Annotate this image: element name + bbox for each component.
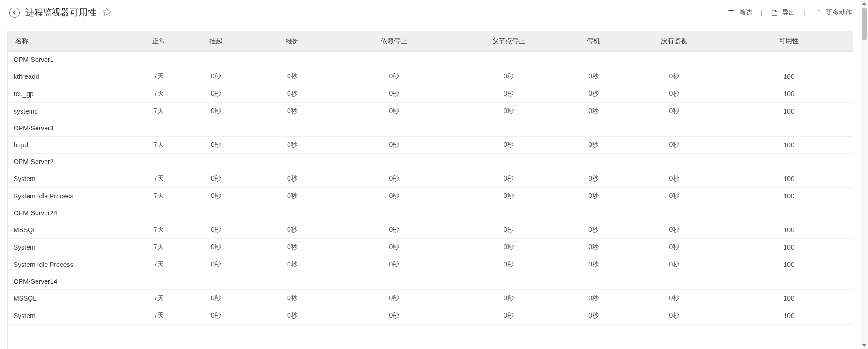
cell-dep_stop: 0秒 [335, 68, 454, 85]
col-normal[interactable]: 正常 [135, 31, 182, 52]
cell-parent_stop: 0秒 [453, 170, 564, 188]
more-actions-button[interactable]: 更多动作 [814, 8, 852, 17]
table-row[interactable]: System7天0秒0秒0秒0秒0秒0秒100 [8, 239, 853, 256]
back-button[interactable] [9, 8, 20, 18]
cell-avail: 100 [725, 256, 853, 273]
table-row[interactable]: kthreadd7天0秒0秒0秒0秒0秒0秒100 [8, 68, 853, 85]
col-name[interactable]: 名称 [8, 31, 135, 52]
group-name: OPM-Server3 [8, 120, 853, 137]
cell-maintain: 0秒 [250, 307, 334, 325]
cell-normal: 7天 [135, 137, 182, 154]
col-dep-stop[interactable]: 依赖停止 [335, 31, 454, 52]
table-row[interactable]: systemd7天0秒0秒0秒0秒0秒0秒100 [8, 103, 853, 120]
cell-hang: 0秒 [182, 256, 250, 273]
process-name: System [8, 239, 135, 256]
table-row[interactable]: System Idle Process7天0秒0秒0秒0秒0秒0秒100 [8, 188, 853, 205]
export-icon [771, 9, 779, 17]
cell-hang: 0秒 [182, 290, 250, 307]
cell-maintain: 0秒 [250, 188, 334, 205]
cell-down: 0秒 [564, 170, 623, 188]
table-row[interactable]: MSSQL7天0秒0秒0秒0秒0秒0秒100 [8, 290, 853, 307]
toolbar: 筛选 | 导出 | 更多动作 [727, 8, 852, 17]
cell-normal: 7天 [135, 103, 182, 120]
col-maintain[interactable]: 维护 [250, 31, 334, 52]
cell-avail: 100 [725, 290, 853, 307]
page-header: 进程监视器可用性 筛选 | 导出 | 更多动作 [0, 0, 861, 31]
cell-normal: 7天 [135, 307, 182, 325]
cell-no_monitor: 0秒 [623, 221, 725, 239]
group-row[interactable]: OPM-Server3 [8, 120, 853, 137]
cell-no_monitor: 0秒 [623, 137, 725, 154]
cell-avail: 100 [725, 68, 853, 85]
table-row[interactable]: System7天0秒0秒0秒0秒0秒0秒100 [8, 307, 853, 325]
cell-no_monitor: 0秒 [623, 307, 725, 325]
cell-hang: 0秒 [182, 103, 250, 120]
scroll-up-arrow-icon[interactable] [862, 2, 867, 5]
cell-dep_stop: 0秒 [335, 307, 454, 325]
cell-down: 0秒 [564, 239, 623, 256]
cell-normal: 7天 [135, 239, 182, 256]
process-name: System [8, 170, 135, 188]
cell-hang: 0秒 [182, 170, 250, 188]
cell-dep_stop: 0秒 [335, 85, 454, 103]
cell-maintain: 0秒 [250, 137, 334, 154]
group-row[interactable]: OPM-Server2 [8, 154, 853, 170]
cell-dep_stop: 0秒 [335, 290, 454, 307]
cell-down: 0秒 [564, 307, 623, 325]
cell-parent_stop: 0秒 [453, 256, 564, 273]
cell-normal: 7天 [135, 290, 182, 307]
group-name: OPM-Server24 [8, 205, 853, 221]
table-row[interactable]: System7天0秒0秒0秒0秒0秒0秒100 [8, 170, 853, 188]
group-row[interactable]: OPM-Server1 [8, 52, 853, 68]
export-button[interactable]: 导出 [771, 8, 795, 17]
table-row[interactable]: MSSQL7天0秒0秒0秒0秒0秒0秒100 [8, 221, 853, 239]
cell-down: 0秒 [564, 290, 623, 307]
cell-no_monitor: 0秒 [623, 85, 725, 103]
cell-parent_stop: 0秒 [453, 137, 564, 154]
group-row[interactable]: OPM-Server24 [8, 205, 853, 221]
table-row[interactable]: rcu_gp7天0秒0秒0秒0秒0秒0秒100 [8, 85, 853, 103]
cell-parent_stop: 0秒 [453, 290, 564, 307]
group-name: OPM-Server14 [8, 273, 853, 290]
toolbar-separator: | [757, 9, 766, 16]
cell-maintain: 0秒 [250, 239, 334, 256]
toolbar-separator: | [800, 9, 809, 16]
favorite-toggle[interactable] [102, 8, 111, 18]
cell-down: 0秒 [564, 85, 623, 103]
cell-no_monitor: 0秒 [623, 290, 725, 307]
col-avail[interactable]: 可用性 [725, 31, 853, 52]
process-name: kthreadd [8, 68, 135, 85]
cell-avail: 100 [725, 188, 853, 205]
table-row[interactable]: httpd7天0秒0秒0秒0秒0秒0秒100 [8, 137, 853, 154]
col-no-monitor[interactable]: 没有监视 [623, 31, 725, 52]
cell-maintain: 0秒 [250, 68, 334, 85]
cell-hang: 0秒 [182, 85, 250, 103]
cell-avail: 100 [725, 239, 853, 256]
col-parent-stop[interactable]: 父节点停止 [453, 31, 564, 52]
vertical-scrollbar[interactable] [861, 0, 868, 349]
cell-normal: 7天 [135, 85, 182, 103]
scrollbar-thumb[interactable] [862, 8, 867, 40]
cell-hang: 0秒 [182, 221, 250, 239]
col-hang[interactable]: 挂起 [182, 31, 250, 52]
scroll-down-arrow-icon[interactable] [862, 344, 867, 347]
process-name: MSSQL [8, 221, 135, 239]
cell-dep_stop: 0秒 [335, 137, 454, 154]
cell-avail: 100 [725, 103, 853, 120]
table-row[interactable]: System Idle Process7天0秒0秒0秒0秒0秒0秒100 [8, 256, 853, 273]
cell-down: 0秒 [564, 256, 623, 273]
cell-dep_stop: 0秒 [335, 170, 454, 188]
cell-parent_stop: 0秒 [453, 307, 564, 325]
cell-no_monitor: 0秒 [623, 68, 725, 85]
group-row[interactable]: OPM-Server14 [8, 273, 853, 290]
cell-avail: 100 [725, 137, 853, 154]
cell-no_monitor: 0秒 [623, 103, 725, 120]
process-name: systemd [8, 103, 135, 120]
scrollbar-track[interactable] [861, 7, 868, 342]
filter-button[interactable]: 筛选 [727, 8, 752, 17]
col-down[interactable]: 停机 [564, 31, 623, 52]
filter-icon [727, 9, 735, 17]
filter-label: 筛选 [739, 8, 752, 17]
cell-normal: 7天 [135, 170, 182, 188]
cell-dep_stop: 0秒 [335, 103, 454, 120]
